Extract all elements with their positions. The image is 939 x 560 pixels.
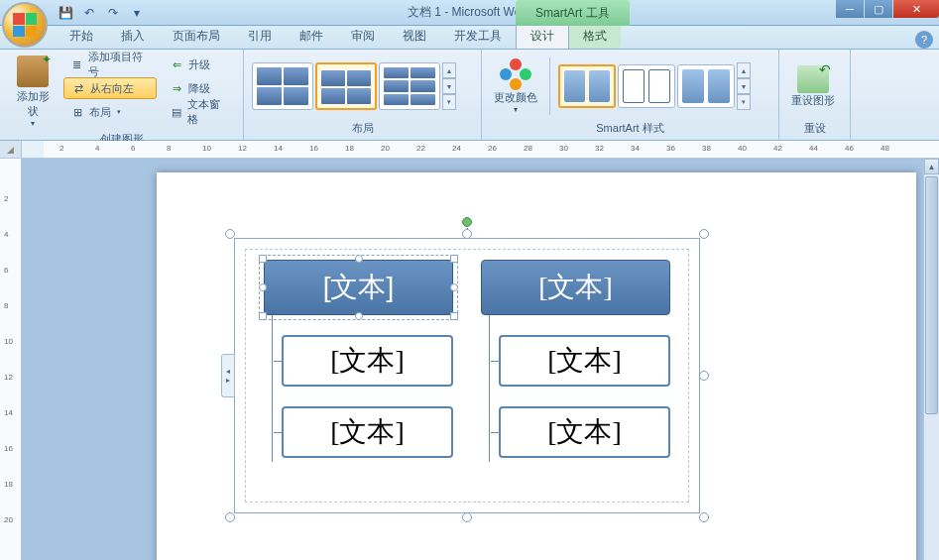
layout-button[interactable]: ⊞布局▾ [63,101,157,123]
group-create-graphic: ✦ 添加形状 ▾ ≣添加项目符号 ⇄从右向左 ⊞布局▾ ⇐升级 ⇒降级 ▤文本窗… [0,50,244,140]
redo-button[interactable]: ↷ [103,3,123,23]
ruler-select-icon[interactable]: ◢ [0,141,22,158]
rotate-handle[interactable] [462,217,472,227]
layout-gallery: ▲ ▼ ▾ [252,54,456,119]
smartart-header-2[interactable]: [文本] [481,260,670,315]
style-option-1[interactable] [558,64,616,108]
rtl-icon: ⇄ [70,80,86,96]
change-colors-icon [500,58,531,90]
node-handle[interactable] [450,312,458,320]
style-option-2[interactable] [618,64,675,108]
vertical-scrollbar[interactable]: ▲ [923,159,939,560]
node-handle[interactable] [450,283,458,291]
layout-option-2[interactable] [315,62,377,110]
smartart-sub-2-2[interactable]: [文本] [499,406,670,458]
gallery-up-button[interactable]: ▲ [737,62,751,78]
style-gallery-nav: ▲ ▼ ▾ [737,62,751,110]
help-button[interactable]: ? [915,31,933,49]
node-text: [文本] [323,269,395,306]
gallery-more-button[interactable]: ▾ [737,94,751,110]
horizontal-ruler[interactable]: 2468101214161820222426283032343638404244… [44,141,939,158]
scroll-thumb[interactable] [925,176,938,414]
group-layouts: ▲ ▼ ▾ 布局 [244,50,482,140]
smartart-sub-1-1[interactable]: [文本] [282,335,453,387]
quick-access-toolbar: 💾 ↶ ↷ ▾ [56,3,147,23]
tab-home[interactable]: 开始 [56,24,107,49]
ribbon: ✦ 添加形状 ▾ ≣添加项目符号 ⇄从右向左 ⊞布局▾ ⇐升级 ⇒降级 ▤文本窗… [0,50,939,141]
add-shape-icon: ✦ [17,56,49,87]
undo-button[interactable]: ↶ [79,3,99,23]
resize-handle-br[interactable] [699,512,709,522]
tab-review[interactable]: 审阅 [337,24,389,49]
tab-insert[interactable]: 插入 [107,24,159,49]
demote-button[interactable]: ⇒降级 [163,77,235,99]
smartart-inner: [文本] [文本] [文本] [文本] [文本] [文本] [245,249,689,503]
demote-label: 降级 [188,81,210,96]
node-handle[interactable] [259,312,267,320]
tab-format[interactable]: 格式 [569,24,621,49]
layout-option-1[interactable] [252,62,313,110]
smartart-container[interactable]: ◂▸ [文本] [文本] [文本] [文本] [文本] [234,238,700,513]
qat-customize-icon[interactable]: ▾ [127,3,147,23]
right-to-left-button[interactable]: ⇄从右向左 [63,77,157,99]
dropdown-icon: ▾ [31,119,35,128]
gallery-more-button[interactable]: ▾ [442,94,456,110]
office-button[interactable] [2,2,48,48]
change-colors-button[interactable]: 更改颜色 ▾ [490,54,541,119]
resize-handle-tl[interactable] [225,229,235,239]
text-pane-icon: ▤ [169,104,183,120]
smartart-column-2: [文本] [文本] [文本] [481,260,670,492]
node-handle[interactable] [259,255,267,263]
node-handle[interactable] [355,255,363,263]
reset-graphic-button[interactable]: 重设图形 [787,54,839,119]
promote-label: 升级 [188,57,210,72]
vertical-ruler[interactable]: 2468101214161820 [0,159,22,560]
window-controls: ─ ▢ ✕ [836,0,939,18]
smartart-sub-1-2[interactable]: [文本] [282,406,453,458]
tab-references[interactable]: 引用 [234,24,286,49]
group-styles: 更改颜色 ▾ ▲ ▼ ▾ SmartArt 样式 [482,50,779,140]
tab-view[interactable]: 视图 [389,24,440,49]
context-tools-label: SmartArt 工具 [516,0,630,26]
style-option-3[interactable] [677,64,735,108]
gallery-down-button[interactable]: ▼ [737,78,751,94]
maximize-button[interactable]: ▢ [865,0,892,18]
minimize-button[interactable]: ─ [836,0,864,18]
resize-handle-mr[interactable] [699,371,709,381]
resize-handle-bm[interactable] [462,512,472,522]
node-handle[interactable] [259,283,267,291]
tab-page-layout[interactable]: 页面布局 [159,24,234,49]
tab-mailings[interactable]: 邮件 [286,24,337,49]
bullet-icon: ≣ [69,56,84,72]
gallery-down-button[interactable]: ▼ [442,78,456,94]
tab-design[interactable]: 设计 [516,23,569,49]
layout-option-3[interactable] [379,62,440,110]
layout-label: 布局 [89,105,111,120]
smartart-header-1[interactable]: [文本] [264,260,453,315]
ribbon-tabs: 开始 插入 页面布局 引用 邮件 审阅 视图 开发工具 设计 格式 ? [0,26,939,50]
save-button[interactable]: 💾 [56,3,75,23]
promote-icon: ⇐ [169,56,184,72]
smartart-sub-2-1[interactable]: [文本] [499,335,670,387]
close-button[interactable]: ✕ [893,0,939,18]
add-bullet-button[interactable]: ≣添加项目符号 [63,54,157,75]
text-pane-label: 文本窗格 [187,97,229,127]
node-handle[interactable] [355,312,363,320]
text-pane-button[interactable]: ▤文本窗格 [163,101,235,123]
page[interactable]: ◂▸ [文本] [文本] [文本] [文本] [文本] [157,172,916,560]
node-handle[interactable] [450,255,458,263]
add-bullet-label: 添加项目符号 [88,50,151,79]
text-pane-expand-button[interactable]: ◂▸ [221,354,235,397]
tab-developer[interactable]: 开发工具 [440,24,516,49]
rtl-label: 从右向左 [90,81,134,96]
promote-button[interactable]: ⇐升级 [163,54,235,75]
scroll-up-button[interactable]: ▲ [924,159,939,174]
style-gallery: ▲ ▼ ▾ [558,54,751,119]
add-shape-button[interactable]: ✦ 添加形状 ▾ [8,54,58,130]
resize-handle-bl[interactable] [225,512,235,522]
resize-handle-tr[interactable] [699,229,709,239]
gallery-up-button[interactable]: ▲ [442,62,456,78]
window-title: 文档 1 - Microsoft Word [408,4,531,21]
reset-graphic-label: 重设图形 [791,93,835,108]
layout-icon: ⊞ [69,104,85,120]
